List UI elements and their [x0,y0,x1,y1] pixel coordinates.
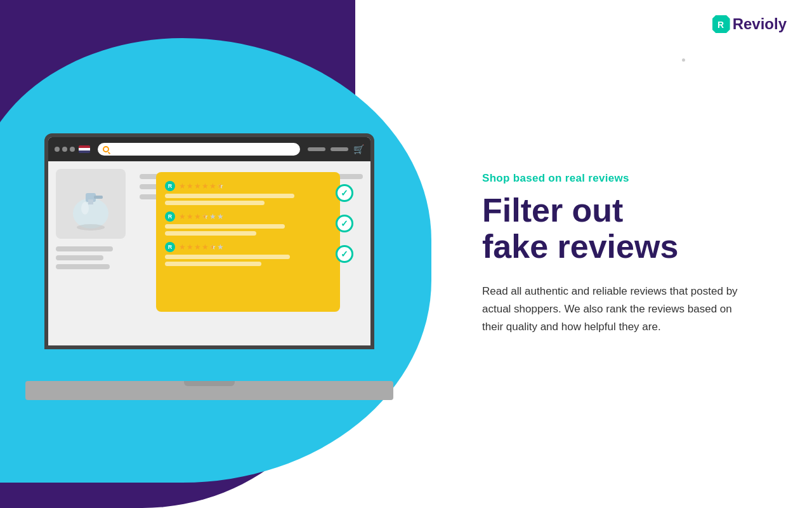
text-bar-2 [56,255,103,260]
star: ★ [217,212,224,221]
nav-items: 🛒 [308,144,364,154]
star: ★ [187,243,193,251]
logo-svg: R [712,15,730,33]
subtitle: Shop based on real reviews [482,172,774,185]
r-icon-1: R [165,181,175,191]
browser-bar: 🛒 [48,137,370,161]
check-badge-1 [336,184,353,202]
laptop-base [25,381,393,400]
svg-rect-2 [88,199,93,204]
logo: R Revioly [712,15,787,33]
svg-point-4 [81,202,89,215]
browser-dot-3 [70,147,75,152]
star: ★ [209,182,216,190]
svg-rect-3 [94,196,103,199]
star: ★ [194,243,201,251]
review-bar-1a [165,194,294,198]
review-row-3: R ★ ★ ★ ★ ★★ ★ [165,242,331,266]
star: ★★ [202,212,209,221]
cart-icon: 🛒 [353,144,364,154]
star: ★ [202,243,209,251]
star: ★ [179,212,186,221]
perfume-svg [62,175,119,232]
review-bar-1b [165,201,265,205]
brand-name: Revioly [733,15,787,33]
product-image [56,169,126,239]
text-bar-3 [56,264,110,269]
star: ★ [187,212,193,221]
star: ★ [194,212,201,221]
flag-icon [79,145,90,153]
star: ★★ [217,182,224,190]
star: ★ [187,182,193,190]
star: ★★ [209,243,216,251]
nav-bar-1 [308,147,325,151]
review-bar-2a [165,224,285,229]
laptop-illustration: 🛒 [25,133,393,400]
reviews-panel: R ★ ★ ★ ★ ★ ★★ [156,172,340,312]
stars-1: ★ ★ ★ ★ ★ ★★ [179,182,224,190]
logo-icon: R [712,15,730,33]
browser-dot-1 [55,147,60,152]
r-icon-2: R [165,211,175,222]
review-row-2: R ★ ★ ★ ★★ ★ ★ [165,211,331,236]
stars-3: ★ ★ ★ ★ ★★ ★ [179,243,224,251]
star: ★ [179,182,186,190]
headline-line2: fake reviews [482,228,678,265]
stars-2: ★ ★ ★ ★★ ★ ★ [179,212,224,221]
laptop-screen-inner: 🛒 [48,137,370,345]
browser-dots [55,147,75,152]
review-bar-3b [165,262,261,266]
svg-text:R: R [717,20,724,30]
browser-dot-2 [62,147,67,152]
nav-bar-2 [331,147,348,151]
svg-point-5 [77,224,105,231]
review-top-2: R ★ ★ ★ ★★ ★ ★ [165,211,331,222]
star: ★ [202,182,209,190]
product-section [56,169,132,338]
search-icon [103,146,109,152]
star: ★ [217,243,224,251]
description-text: Read all authentic and reliable reviews … [482,283,749,336]
check-badge-3 [336,245,353,263]
browser-search-bar [98,143,300,156]
review-top-1: R ★ ★ ★ ★ ★ ★★ [165,181,331,191]
check-badge-2 [336,215,353,232]
product-text-bars [56,244,132,269]
review-bar-2b [165,231,256,236]
star: ★ [179,243,186,251]
review-top-3: R ★ ★ ★ ★ ★★ ★ [165,242,331,252]
review-row-1: R ★ ★ ★ ★ ★ ★★ [165,181,331,205]
star: ★ [209,212,216,221]
main-title: Filter out fake reviews [482,192,774,265]
text-bar-1 [56,246,113,251]
r-icon-3: R [165,242,175,252]
review-bar-3a [165,255,290,259]
star: ★ [194,182,201,190]
laptop-screen-outer: 🛒 [44,133,374,349]
headline-line1: Filter out [482,192,623,229]
right-panel: R Revioly Shop based on real reviews Fil… [457,0,812,508]
left-panel: 🛒 [0,0,419,508]
